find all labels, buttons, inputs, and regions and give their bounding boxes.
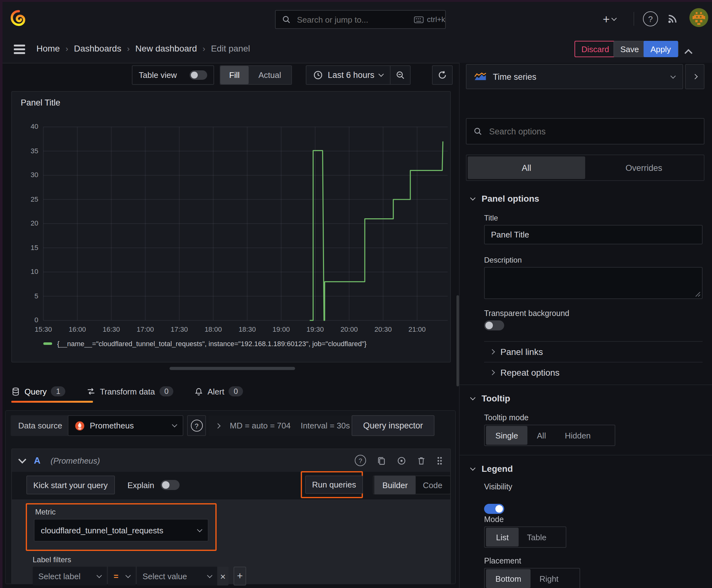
hamburger-menu-icon[interactable] [14,45,25,54]
metric-select[interactable]: cloudflared_tunnel_total_requests [34,519,209,542]
placement-right[interactable]: Right [531,569,567,588]
apply-button[interactable]: Apply [644,41,678,57]
legend-mode-table[interactable]: Table [519,528,555,547]
section-divider [459,455,712,456]
title-field[interactable] [484,225,703,244]
prometheus-icon [75,421,85,430]
tab-transform-data[interactable]: Transform data 0 [87,386,174,396]
search-shortcut: ctrl+k [414,15,445,24]
search-input[interactable] [296,14,409,25]
pane-resize-handle[interactable] [170,367,295,370]
zoom-out-button[interactable] [390,66,410,84]
visibility-label: Visibility [484,482,512,491]
remove-filter-button[interactable]: × [217,567,229,586]
viz-type-label: Time series [493,72,665,81]
fill-actual-switch[interactable]: Fill Actual [220,65,292,85]
chart-legend[interactable]: {__name__="cloudflared_tunnel_total_requ… [43,340,367,348]
add-menu[interactable]: + [603,9,616,28]
breadcrumb-dashboards[interactable]: Dashboards [74,43,121,54]
operator-dropdown[interactable]: = [108,567,136,586]
query-datasource-hint: (Prometheus) [50,456,100,465]
global-search[interactable]: ctrl+k [275,10,446,29]
save-button[interactable]: Save [613,41,646,57]
disable-query-icon[interactable] [397,456,406,465]
tab-all[interactable]: All [468,156,585,179]
time-series-chart[interactable] [12,92,450,362]
panel-options-header[interactable]: Panel options [471,193,539,204]
chevron-down-icon [207,573,213,578]
time-range-picker[interactable]: Last 6 hours [306,66,390,84]
section-divider [459,384,712,385]
chevron-down-icon [470,395,476,400]
transparent-bg-toggle[interactable] [484,320,504,331]
operator-value: = [114,571,118,581]
discard-button[interactable]: Discard [575,41,616,57]
legend-header[interactable]: Legend [471,464,513,474]
refresh-button[interactable] [432,65,453,85]
add-filter-button[interactable]: + [234,567,246,586]
delete-query-icon[interactable] [417,456,426,465]
collapse-chevron-up-icon[interactable] [686,48,691,58]
topbar-divider [633,12,634,26]
metric-label: Metric [35,508,56,517]
grafana-logo-icon[interactable] [10,9,28,27]
help-icon[interactable]: ? [643,11,658,26]
options-search[interactable] [466,118,705,145]
query-ref-id: A [34,456,41,465]
collapse-pane-button[interactable] [685,64,705,89]
tab-query[interactable]: Query 1 [11,386,65,396]
breadcrumb-edit-panel: Edit panel [211,43,250,54]
breadcrumb-home[interactable]: Home [37,43,60,54]
actual-option[interactable]: Actual [248,66,291,84]
table-view-label: Table view [139,70,177,80]
keyboard-icon [414,16,424,23]
resize-grip-icon[interactable] [695,292,701,297]
code-option[interactable]: Code [416,476,449,495]
options-search-input[interactable] [488,126,697,136]
select-label-dropdown[interactable]: Select label [33,567,107,586]
panel-links-row[interactable]: Panel links [490,347,543,357]
repeat-options-row[interactable]: Repeat options [490,368,559,378]
legend-mode-list[interactable]: List [486,528,519,547]
tooltip-header[interactable]: Tooltip [471,393,510,403]
search-icon [282,15,291,24]
tab-alert[interactable]: Alert 0 [195,386,243,396]
duplicate-query-icon[interactable] [377,456,386,465]
news-rss-icon[interactable] [667,12,679,24]
visualization-picker[interactable]: Time series [466,64,683,89]
fill-option[interactable]: Fill [220,66,248,84]
tooltip-mode-all[interactable]: All [527,426,555,445]
user-avatar[interactable] [689,8,708,27]
query-inspector-button[interactable]: Query inspector [352,415,434,436]
placement-bottom[interactable]: Bottom [486,569,531,588]
table-view-control[interactable]: Table view [132,65,214,85]
kick-start-query-button[interactable]: Kick start your query [26,476,114,495]
select-value-dropdown[interactable]: Select value [137,567,217,586]
datasource-picker[interactable]: Prometheus [68,415,184,436]
query-help-icon[interactable]: ? [355,455,366,466]
metric-value: cloudflared_tunnel_total_requests [41,525,193,535]
scrollbar-thumb[interactable] [456,295,459,386]
database-icon [11,387,20,396]
chevron-down-icon [671,73,676,79]
explain-toggle[interactable] [160,480,179,490]
builder-option[interactable]: Builder [374,476,416,495]
collapse-chevron-icon[interactable] [18,456,26,463]
datasource-help-button[interactable]: ? [187,415,206,436]
breadcrumb-new-dashboard[interactable]: New dashboard [135,43,197,54]
description-textarea[interactable] [484,267,703,299]
divider [484,341,703,342]
run-queries-button[interactable]: Run queries [305,476,363,494]
visibility-toggle[interactable] [484,504,504,514]
editor-tabs: Query 1 Transform data 0 Alert 0 [11,382,243,401]
transparent-bg-label: Transparent background [484,309,569,318]
query-card-header[interactable]: A (Prometheus) ? [12,449,450,472]
tooltip-mode-single[interactable]: Single [486,426,527,445]
title-input[interactable] [484,225,703,244]
drag-handle-icon[interactable] [436,456,443,465]
series-label[interactable]: {__name__="cloudflared_tunnel_total_requ… [57,340,367,348]
tab-overrides[interactable]: Overrides [585,156,703,179]
query-options-row[interactable]: MD = auto = 704 Interval = 30s [209,415,359,436]
table-view-toggle[interactable] [190,70,207,80]
tooltip-mode-hidden[interactable]: Hidden [555,426,600,445]
